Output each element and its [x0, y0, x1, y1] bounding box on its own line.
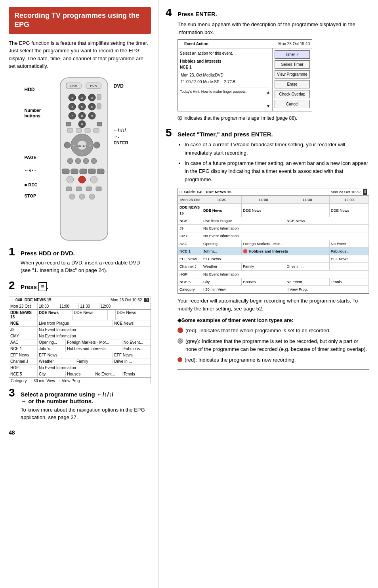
left-column: Recording TV programmes using the EPG Th… — [0, 0, 158, 588]
svg-rect-31 — [85, 128, 90, 132]
page-number: 48 — [9, 429, 151, 436]
table-row: DDE NEWS 15 DDE News DDE News DDE News — [178, 204, 369, 217]
hdd-label: HDD — [25, 84, 54, 96]
svg-rect-49 — [88, 169, 95, 174]
guide-time-1200: 12:00 — [99, 303, 120, 309]
guide-time-date: Mon 23 Oct — [9, 303, 38, 309]
guide-full-ch-name: DDE NEWS 15 — [206, 189, 231, 195]
guide-full-icon: □ — [179, 189, 182, 195]
table-row: EFF News EFF News EFF News — [178, 255, 369, 263]
ea-hint: Today's Hint: How to make finger puppets… — [180, 89, 246, 95]
svg-rect-55 — [76, 187, 82, 191]
svg-point-45 — [91, 158, 97, 164]
guide-table-big: □ Guide 040 DDE NEWS 15 Mon 23 Oct 10:32… — [178, 188, 369, 294]
svg-rect-11 — [97, 94, 101, 100]
svg-point-43 — [75, 158, 81, 164]
stop-label: STOP — [25, 191, 54, 202]
svg-point-51 — [67, 176, 74, 183]
right-column: 4 Press ENTER. The sub menu appears with… — [158, 0, 378, 588]
ea-title: Event Action — [184, 41, 208, 47]
svg-text:7: 7 — [71, 114, 73, 118]
guide-full-date: Mon 23 Oct 10:32 — [330, 189, 361, 195]
col-1100: 11:00 — [242, 196, 285, 204]
remote-illustration: HDD Numberbuttons PAGE ←•/•→ ■ REC STOP — [25, 76, 136, 242]
ea-btn-series[interactable]: Series Timer — [275, 60, 310, 69]
svg-point-60 — [89, 194, 95, 199]
ea-hint-area: Today's Hint: How to make finger puppets… — [180, 88, 270, 95]
ea-btn-cancel[interactable]: Cancel — [275, 100, 310, 108]
col-1130: 11:30 — [285, 196, 330, 204]
guide-full-table: Mon 23 Oct 10:30 11:00 11:30 12:00 DDE N… — [178, 196, 369, 293]
step-5-title: Select "Timer," and press ENTER. — [178, 131, 273, 138]
ea-prog-title: Hobbies and InterestsNCE 1 — [180, 58, 270, 70]
svg-text:4: 4 — [71, 105, 73, 109]
guide-bookmark-small: 9 — [144, 298, 149, 302]
page-title: Recording TV programmes using the EPG — [14, 11, 145, 30]
icon-legend-red-recording: (red): Indicates the programme is now re… — [178, 356, 369, 364]
col-1030: 10:30 — [202, 196, 242, 204]
svg-text:DVD: DVD — [90, 84, 97, 88]
svg-text:6: 6 — [91, 105, 93, 109]
step-3-title: Select a programme using ←/↑/↓/→ or the … — [21, 391, 113, 404]
ea-date: Mon 23 Oct 19:40 — [279, 41, 310, 47]
svg-point-42 — [67, 158, 73, 164]
table-row: Channel J Weather Family Drive in ... — [178, 263, 369, 270]
svg-text:0: 0 — [81, 123, 83, 126]
step-1-num: 1 — [9, 246, 17, 257]
table-row: HGF No Event Information — [178, 270, 369, 278]
table-row-highlight: NCE 1 John's... 🔴 Hobbies and Interests … — [178, 247, 369, 255]
svg-point-59 — [79, 194, 85, 199]
guide-full-ch-num: 040 — [197, 189, 204, 195]
bottom-divider — [178, 370, 369, 370]
svg-point-52 — [78, 176, 86, 183]
col-ch: Mon 23 Oct — [178, 196, 202, 204]
icon-legend-red-recording-text: (red): Indicates the programme is now re… — [185, 356, 296, 364]
table-row: J9 No Event Information — [178, 225, 369, 232]
ea-scroll-up: ▲ — [266, 89, 270, 95]
svg-text:2: 2 — [81, 96, 83, 100]
number-buttons-label: Numberbuttons — [25, 107, 54, 119]
svg-point-41 — [94, 142, 100, 148]
ea-btn-erase[interactable]: Erase — [275, 80, 310, 88]
step-3: 3 Select a programme using ←/↑/↓/→ or th… — [9, 387, 151, 421]
step-5: 5 Select "Timer," and press ENTER. In ca… — [166, 127, 369, 370]
red-small-circle-icon — [178, 357, 182, 362]
step-2-title: Press ≡. — [21, 283, 48, 291]
step-4-title: Press ENTER. — [178, 11, 217, 17]
ea-btn-timer[interactable]: Timer ✓ — [275, 50, 310, 59]
ea-btn-overlap[interactable]: Check Overlap — [275, 90, 310, 98]
icon-legend-red-full-text: (red): Indicates that the whole programm… — [185, 327, 330, 335]
step-1: 1 Press HDD or DVD. When you record to a… — [9, 246, 151, 274]
step-5-bullets: In case of a current TV/radio broadcast … — [185, 141, 369, 184]
icon-legend-grey-text: (grey): Indicates that the programme is … — [185, 337, 369, 353]
guide-full-title: Guide — [184, 189, 195, 195]
table-row: NCE 5 City Houses No Event... Tennis — [178, 278, 369, 285]
page: Recording TV programmes using the EPG Th… — [0, 0, 378, 588]
step-5-num: 5 — [166, 127, 174, 138]
ea-scroll-down: ▼ — [180, 103, 270, 109]
svg-text:9: 9 — [91, 114, 93, 118]
svg-rect-46 — [62, 169, 69, 174]
step-2: 2 Press ≡. — [9, 280, 151, 291]
guide-time-1100: 11:00 — [58, 303, 79, 309]
step-4-num: 4 — [166, 7, 174, 18]
svg-text:3: 3 — [91, 96, 93, 100]
red-circle-icon — [178, 328, 183, 333]
table-row: NCE Live from Prague NCE News — [178, 217, 369, 224]
svg-rect-54 — [66, 187, 72, 191]
svg-text:8: 8 — [81, 114, 83, 118]
svg-rect-32 — [94, 128, 99, 132]
svg-point-53 — [90, 176, 97, 183]
intro-text: The EPG function is a feature that simpl… — [9, 39, 151, 70]
bullet-1: In case of a current TV/radio broadcast … — [185, 141, 369, 157]
svg-text:ENTER: ENTER — [77, 144, 87, 147]
svg-rect-47 — [71, 169, 78, 174]
ea-btn-view[interactable]: View Programme — [275, 70, 310, 79]
enter-label: ENTER — [114, 140, 136, 146]
step-4-note: ⑱ indicates that the programme is age li… — [178, 115, 369, 122]
svg-text:5: 5 — [81, 105, 83, 109]
grey-circle-icon — [178, 338, 183, 344]
guide-icon-small: □ — [11, 298, 13, 302]
guide-table-small: □ 040 DDE NEWS 15 Mon 23 Oct 10:32 9 Mon… — [9, 297, 151, 384]
guide-time-1030: 10:30 — [38, 303, 58, 309]
